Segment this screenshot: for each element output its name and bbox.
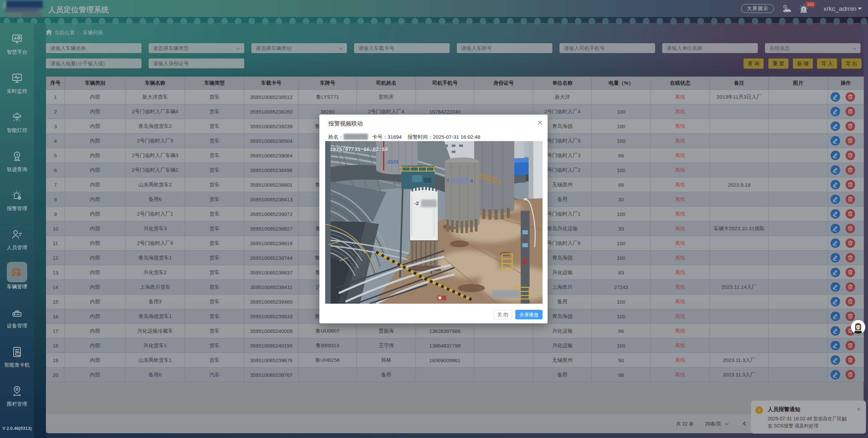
svg-text:T: T [446, 178, 449, 184]
svg-text:2025/07/31 16:02:58: 2025/07/31 16:02:58 [330, 147, 388, 153]
svg-text:-2: -2 [414, 200, 419, 206]
svg-text:-2101: -2101 [386, 159, 399, 165]
svg-text:4: 4 [470, 178, 473, 184]
